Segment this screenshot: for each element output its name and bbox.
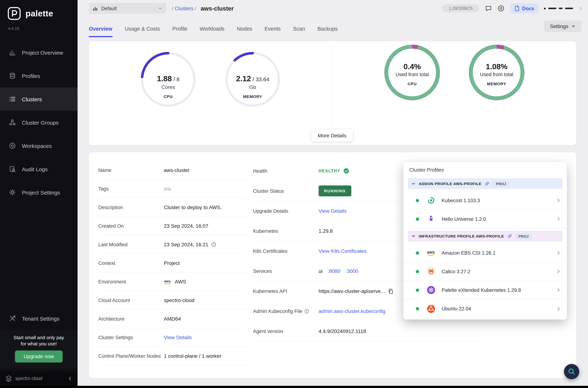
footer-brand-name: spectro cloud xyxy=(15,376,43,381)
sidebar-item-project-overview[interactable]: Project Overview xyxy=(0,41,78,64)
breadcrumb-separator: / xyxy=(172,5,173,11)
upgrade-now-button[interactable]: Upgrade now xyxy=(15,350,63,363)
project-select[interactable]: Default xyxy=(89,3,166,14)
topbar-actions: 1.29/100kCh Do xyxy=(442,3,583,13)
service-name: ui xyxy=(318,268,323,274)
sidebar-item-profiles[interactable]: Profiles xyxy=(0,64,78,87)
sidebar-item-label: Clusters xyxy=(22,96,42,102)
tab-nodes[interactable]: Nodes xyxy=(237,26,252,37)
detail-row-cluster-settings: Cluster Settings View Details xyxy=(98,328,247,347)
donut-label: Used from total xyxy=(480,72,513,77)
chevron-down-icon xyxy=(158,6,162,11)
service-port-link[interactable]: :8080 xyxy=(328,268,340,274)
sidebar-item-label: Project Settings xyxy=(22,189,60,195)
sidebar-item-label: Project Overview xyxy=(22,49,63,56)
sidebar-item-label: Tenant Settings xyxy=(22,315,60,321)
detail-label: Description xyxy=(98,205,164,210)
profile-item-name: Calico 3.27.2 xyxy=(442,269,470,274)
tab-scan[interactable]: Scan xyxy=(293,26,305,37)
tab-overview[interactable]: Overview xyxy=(89,26,112,37)
detail-label: Cluster Status xyxy=(253,188,318,194)
detail-row-cloud-account: Cloud Account spectro-cloud xyxy=(98,291,247,310)
copy-icon[interactable] xyxy=(388,288,394,294)
cpu-used-value: 1.88 xyxy=(157,74,172,83)
scope-badge: PROJ xyxy=(516,233,532,239)
detail-row-environment: Environment aws AWS xyxy=(98,272,247,291)
tab-workloads[interactable]: Workloads xyxy=(200,26,225,37)
cluster-status-badge[interactable]: RUNNING xyxy=(318,185,351,196)
cluster-profiles-title: Cluster Profiles xyxy=(403,162,567,176)
search-fab-button[interactable] xyxy=(564,364,579,379)
project-overview-icon xyxy=(9,49,16,56)
detail-row-description: Description Cluster to deploy to AWS. xyxy=(98,198,247,217)
info-icon[interactable] xyxy=(211,242,216,247)
memory-caption: MEMORY xyxy=(243,94,262,99)
sidebar: palette 4.4.19 Project Overview Profiles xyxy=(0,0,78,388)
donut-label: Used from total xyxy=(395,72,429,77)
status-dot-icon xyxy=(416,270,419,273)
detail-value: 1.29.8 xyxy=(318,228,333,234)
profile-item-amazon-ebs-csi[interactable]: aws Amazon EBS CSI 1.26.1 xyxy=(403,244,567,262)
check-circle-icon xyxy=(343,168,349,174)
svg-text:aws: aws xyxy=(427,250,435,254)
detail-row-created-on: Created On 23 Sep 2024, 16:07 xyxy=(98,217,247,235)
addon-profile-header[interactable]: ADDON PROFILE AWS-PROFILE PROJ xyxy=(408,178,563,189)
chevron-right-icon xyxy=(556,198,561,203)
infrastructure-profile-section: INFRASTRUCTURE PROFILE AWS-PROFILE PROJ … xyxy=(403,231,567,318)
detail-label: Agent version xyxy=(253,328,318,334)
sidebar-item-clusters[interactable]: Clusters xyxy=(0,87,78,111)
details-left-column: Name aws-cluster Tags n/a Description Cl… xyxy=(98,161,247,365)
memory-used-percent: 1.08% xyxy=(486,62,507,71)
sidebar-collapse-button[interactable] xyxy=(67,376,72,381)
upgrade-promo: Start small and only pay for what you us… xyxy=(0,330,78,368)
detail-label: K8s Certificates xyxy=(253,248,318,254)
profile-item-hello-universe[interactable]: Hello Universe 1.2.0 xyxy=(403,210,567,228)
upgrade-view-details-link[interactable]: View Details xyxy=(318,208,347,214)
more-details-button[interactable]: More Details xyxy=(311,129,353,142)
status-dots xyxy=(544,7,573,9)
detail-value: 23 Sep 2024, 16:07 xyxy=(164,223,208,229)
view-k8s-certificates-link[interactable]: View K8s Certificates xyxy=(318,248,367,254)
overview-metrics-card: 1.88 / 8 Cores CPU 2.12 / xyxy=(89,41,576,145)
panel-expand-button[interactable] xyxy=(579,6,583,11)
service-port-link[interactable]: :3000 xyxy=(345,268,358,274)
sidebar-item-cluster-groups[interactable]: Cluster Groups xyxy=(0,111,78,134)
admin-kubeconfig-link[interactable]: admin.aws-cluster.kubeconfig xyxy=(318,308,385,314)
tab-backups[interactable]: Backups xyxy=(317,26,338,37)
detail-label: Tags xyxy=(98,186,164,192)
audit-logs-icon xyxy=(9,165,16,173)
main-content: Default / Clusters / aws-cluster 1.29/10… xyxy=(78,0,588,388)
detail-value: AWS xyxy=(175,279,186,285)
tab-usage-costs[interactable]: Usage & Costs xyxy=(125,26,160,37)
tab-profile[interactable]: Profile xyxy=(172,26,187,37)
aws-logo-icon: aws xyxy=(164,279,172,284)
settings-button[interactable]: Settings xyxy=(544,20,581,32)
cluster-settings-view-details-link[interactable]: View Details xyxy=(164,335,192,340)
window-edge xyxy=(0,386,588,388)
profile-item-calico[interactable]: Calico 3.27.2 xyxy=(403,262,567,281)
sidebar-item-audit-logs[interactable]: Audit Logs xyxy=(0,157,78,181)
help-button[interactable] xyxy=(497,5,505,12)
detail-label: Services xyxy=(253,268,318,274)
chat-button[interactable] xyxy=(485,5,492,12)
detail-label: Control Plane/Worker Nodes xyxy=(98,353,164,359)
sidebar-item-project-settings[interactable]: Project Settings xyxy=(0,181,78,204)
profile-item-kubecost[interactable]: Kubecost 1.103.3 xyxy=(403,191,567,210)
scope-badge: PROJ xyxy=(493,181,509,187)
profile-item-palette-extended-kubernetes[interactable]: Palette eXtended Kubernetes 1.29.8 xyxy=(403,281,567,299)
tab-events[interactable]: Events xyxy=(265,26,281,37)
profile-item-ubuntu[interactable]: Ubuntu 22.04 xyxy=(403,299,567,318)
brand[interactable]: palette xyxy=(0,0,78,20)
detail-label: Kubernetes API xyxy=(253,288,318,294)
sidebar-item-tenant-settings[interactable]: Tenant Settings xyxy=(0,307,78,330)
detail-value: 23 Sep 2024, 16:21 xyxy=(164,242,208,247)
infrastructure-profile-header[interactable]: INFRASTRUCTURE PROFILE AWS-PROFILE PROJ xyxy=(408,231,563,242)
docs-icon xyxy=(515,5,520,11)
detail-row-tags: Tags n/a xyxy=(98,180,247,198)
kubecost-icon xyxy=(426,196,436,205)
sidebar-footer: spectro cloud xyxy=(0,371,78,386)
breadcrumb-clusters-link[interactable]: Clusters xyxy=(175,5,194,11)
sidebar-item-workspaces[interactable]: Workspaces xyxy=(0,134,78,157)
docs-button[interactable]: Docs xyxy=(510,3,539,13)
info-icon[interactable] xyxy=(304,309,309,314)
